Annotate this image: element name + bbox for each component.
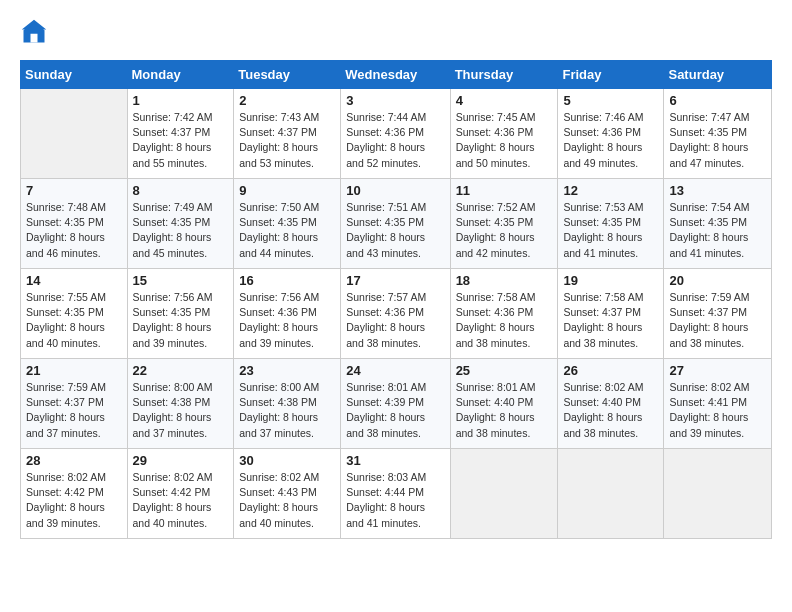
- day-number: 8: [133, 183, 229, 198]
- day-info: Sunrise: 8:02 AM Sunset: 4:43 PM Dayligh…: [239, 470, 335, 531]
- day-number: 15: [133, 273, 229, 288]
- day-info: Sunrise: 8:02 AM Sunset: 4:42 PM Dayligh…: [26, 470, 122, 531]
- calendar-cell: 1Sunrise: 7:42 AM Sunset: 4:37 PM Daylig…: [127, 89, 234, 179]
- calendar-cell: 11Sunrise: 7:52 AM Sunset: 4:35 PM Dayli…: [450, 179, 558, 269]
- svg-rect-2: [31, 34, 38, 43]
- day-number: 27: [669, 363, 766, 378]
- day-info: Sunrise: 7:51 AM Sunset: 4:35 PM Dayligh…: [346, 200, 444, 261]
- calendar-cell: [664, 449, 772, 539]
- day-info: Sunrise: 7:55 AM Sunset: 4:35 PM Dayligh…: [26, 290, 122, 351]
- col-header-tuesday: Tuesday: [234, 61, 341, 89]
- day-info: Sunrise: 7:56 AM Sunset: 4:36 PM Dayligh…: [239, 290, 335, 351]
- day-info: Sunrise: 7:58 AM Sunset: 4:37 PM Dayligh…: [563, 290, 658, 351]
- col-header-friday: Friday: [558, 61, 664, 89]
- calendar-cell: 24Sunrise: 8:01 AM Sunset: 4:39 PM Dayli…: [341, 359, 450, 449]
- day-number: 11: [456, 183, 553, 198]
- day-info: Sunrise: 7:42 AM Sunset: 4:37 PM Dayligh…: [133, 110, 229, 171]
- day-info: Sunrise: 8:01 AM Sunset: 4:40 PM Dayligh…: [456, 380, 553, 441]
- calendar-cell: 20Sunrise: 7:59 AM Sunset: 4:37 PM Dayli…: [664, 269, 772, 359]
- day-number: 31: [346, 453, 444, 468]
- calendar-week-row: 7Sunrise: 7:48 AM Sunset: 4:35 PM Daylig…: [21, 179, 772, 269]
- day-info: Sunrise: 7:53 AM Sunset: 4:35 PM Dayligh…: [563, 200, 658, 261]
- col-header-sunday: Sunday: [21, 61, 128, 89]
- calendar-week-row: 14Sunrise: 7:55 AM Sunset: 4:35 PM Dayli…: [21, 269, 772, 359]
- day-number: 5: [563, 93, 658, 108]
- day-number: 3: [346, 93, 444, 108]
- day-number: 7: [26, 183, 122, 198]
- day-info: Sunrise: 7:45 AM Sunset: 4:36 PM Dayligh…: [456, 110, 553, 171]
- calendar-cell: 31Sunrise: 8:03 AM Sunset: 4:44 PM Dayli…: [341, 449, 450, 539]
- day-number: 23: [239, 363, 335, 378]
- calendar-cell: 5Sunrise: 7:46 AM Sunset: 4:36 PM Daylig…: [558, 89, 664, 179]
- day-number: 14: [26, 273, 122, 288]
- calendar-week-row: 28Sunrise: 8:02 AM Sunset: 4:42 PM Dayli…: [21, 449, 772, 539]
- calendar-cell: 29Sunrise: 8:02 AM Sunset: 4:42 PM Dayli…: [127, 449, 234, 539]
- logo-icon: [20, 18, 48, 46]
- calendar-cell: 7Sunrise: 7:48 AM Sunset: 4:35 PM Daylig…: [21, 179, 128, 269]
- day-number: 20: [669, 273, 766, 288]
- day-info: Sunrise: 7:59 AM Sunset: 4:37 PM Dayligh…: [26, 380, 122, 441]
- calendar-cell: 21Sunrise: 7:59 AM Sunset: 4:37 PM Dayli…: [21, 359, 128, 449]
- day-number: 16: [239, 273, 335, 288]
- day-info: Sunrise: 7:50 AM Sunset: 4:35 PM Dayligh…: [239, 200, 335, 261]
- calendar-week-row: 21Sunrise: 7:59 AM Sunset: 4:37 PM Dayli…: [21, 359, 772, 449]
- day-info: Sunrise: 7:52 AM Sunset: 4:35 PM Dayligh…: [456, 200, 553, 261]
- day-number: 18: [456, 273, 553, 288]
- day-info: Sunrise: 7:56 AM Sunset: 4:35 PM Dayligh…: [133, 290, 229, 351]
- calendar-cell: [21, 89, 128, 179]
- col-header-wednesday: Wednesday: [341, 61, 450, 89]
- day-info: Sunrise: 7:49 AM Sunset: 4:35 PM Dayligh…: [133, 200, 229, 261]
- day-number: 30: [239, 453, 335, 468]
- calendar-cell: 22Sunrise: 8:00 AM Sunset: 4:38 PM Dayli…: [127, 359, 234, 449]
- calendar-cell: 17Sunrise: 7:57 AM Sunset: 4:36 PM Dayli…: [341, 269, 450, 359]
- day-info: Sunrise: 8:00 AM Sunset: 4:38 PM Dayligh…: [239, 380, 335, 441]
- calendar-cell: 30Sunrise: 8:02 AM Sunset: 4:43 PM Dayli…: [234, 449, 341, 539]
- day-info: Sunrise: 8:00 AM Sunset: 4:38 PM Dayligh…: [133, 380, 229, 441]
- calendar-table: SundayMondayTuesdayWednesdayThursdayFrid…: [20, 60, 772, 539]
- calendar-cell: 16Sunrise: 7:56 AM Sunset: 4:36 PM Dayli…: [234, 269, 341, 359]
- day-number: 2: [239, 93, 335, 108]
- day-number: 25: [456, 363, 553, 378]
- col-header-monday: Monday: [127, 61, 234, 89]
- calendar-cell: 28Sunrise: 8:02 AM Sunset: 4:42 PM Dayli…: [21, 449, 128, 539]
- calendar-cell: 25Sunrise: 8:01 AM Sunset: 4:40 PM Dayli…: [450, 359, 558, 449]
- calendar-cell: 9Sunrise: 7:50 AM Sunset: 4:35 PM Daylig…: [234, 179, 341, 269]
- day-info: Sunrise: 7:47 AM Sunset: 4:35 PM Dayligh…: [669, 110, 766, 171]
- day-number: 1: [133, 93, 229, 108]
- calendar-cell: 26Sunrise: 8:02 AM Sunset: 4:40 PM Dayli…: [558, 359, 664, 449]
- day-info: Sunrise: 7:44 AM Sunset: 4:36 PM Dayligh…: [346, 110, 444, 171]
- day-info: Sunrise: 7:43 AM Sunset: 4:37 PM Dayligh…: [239, 110, 335, 171]
- calendar-cell: 19Sunrise: 7:58 AM Sunset: 4:37 PM Dayli…: [558, 269, 664, 359]
- calendar-cell: 3Sunrise: 7:44 AM Sunset: 4:36 PM Daylig…: [341, 89, 450, 179]
- calendar-cell: 15Sunrise: 7:56 AM Sunset: 4:35 PM Dayli…: [127, 269, 234, 359]
- calendar-cell: 2Sunrise: 7:43 AM Sunset: 4:37 PM Daylig…: [234, 89, 341, 179]
- calendar-cell: 27Sunrise: 8:02 AM Sunset: 4:41 PM Dayli…: [664, 359, 772, 449]
- day-info: Sunrise: 7:48 AM Sunset: 4:35 PM Dayligh…: [26, 200, 122, 261]
- calendar-cell: 13Sunrise: 7:54 AM Sunset: 4:35 PM Dayli…: [664, 179, 772, 269]
- day-info: Sunrise: 8:02 AM Sunset: 4:41 PM Dayligh…: [669, 380, 766, 441]
- calendar-cell: 4Sunrise: 7:45 AM Sunset: 4:36 PM Daylig…: [450, 89, 558, 179]
- calendar-cell: 10Sunrise: 7:51 AM Sunset: 4:35 PM Dayli…: [341, 179, 450, 269]
- col-header-thursday: Thursday: [450, 61, 558, 89]
- page: SundayMondayTuesdayWednesdayThursdayFrid…: [0, 0, 792, 612]
- calendar-cell: 23Sunrise: 8:00 AM Sunset: 4:38 PM Dayli…: [234, 359, 341, 449]
- day-number: 4: [456, 93, 553, 108]
- day-number: 28: [26, 453, 122, 468]
- day-number: 9: [239, 183, 335, 198]
- calendar-cell: 14Sunrise: 7:55 AM Sunset: 4:35 PM Dayli…: [21, 269, 128, 359]
- day-number: 21: [26, 363, 122, 378]
- calendar-cell: [450, 449, 558, 539]
- calendar-cell: 8Sunrise: 7:49 AM Sunset: 4:35 PM Daylig…: [127, 179, 234, 269]
- day-info: Sunrise: 8:01 AM Sunset: 4:39 PM Dayligh…: [346, 380, 444, 441]
- day-number: 29: [133, 453, 229, 468]
- header: [20, 18, 772, 46]
- day-info: Sunrise: 7:57 AM Sunset: 4:36 PM Dayligh…: [346, 290, 444, 351]
- day-info: Sunrise: 7:59 AM Sunset: 4:37 PM Dayligh…: [669, 290, 766, 351]
- day-number: 26: [563, 363, 658, 378]
- day-number: 22: [133, 363, 229, 378]
- day-info: Sunrise: 8:02 AM Sunset: 4:40 PM Dayligh…: [563, 380, 658, 441]
- calendar-cell: 12Sunrise: 7:53 AM Sunset: 4:35 PM Dayli…: [558, 179, 664, 269]
- day-number: 12: [563, 183, 658, 198]
- calendar-week-row: 1Sunrise: 7:42 AM Sunset: 4:37 PM Daylig…: [21, 89, 772, 179]
- day-number: 17: [346, 273, 444, 288]
